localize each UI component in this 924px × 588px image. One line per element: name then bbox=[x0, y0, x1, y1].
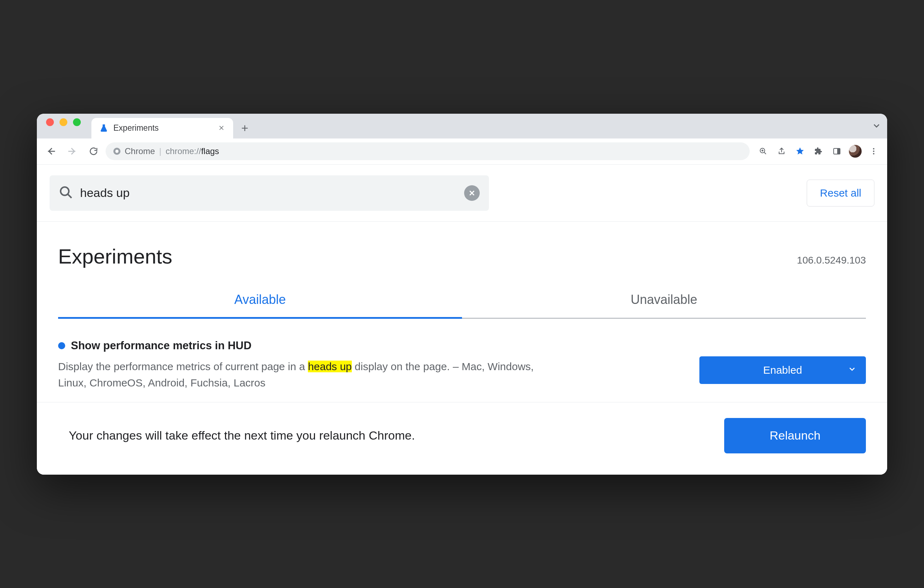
flags-tabs: Available Unavailable bbox=[37, 282, 887, 319]
flag-title: Show performance metrics in HUD bbox=[71, 339, 252, 352]
tabs-dropdown-button[interactable] bbox=[871, 121, 881, 132]
clear-search-button[interactable] bbox=[464, 185, 480, 201]
changed-indicator-icon bbox=[58, 342, 65, 349]
zoom-icon[interactable] bbox=[755, 143, 772, 160]
chrome-version: 106.0.5249.103 bbox=[797, 255, 866, 266]
reload-button[interactable] bbox=[84, 142, 103, 160]
heading-row: Experiments 106.0.5249.103 bbox=[37, 222, 887, 282]
share-icon[interactable] bbox=[773, 143, 790, 160]
svg-point-7 bbox=[873, 153, 874, 155]
svg-point-8 bbox=[61, 187, 69, 195]
url-path: flags bbox=[201, 146, 219, 156]
relaunch-button[interactable]: Relaunch bbox=[724, 418, 866, 453]
minimize-window-button[interactable] bbox=[59, 118, 67, 126]
tab-unavailable[interactable]: Unavailable bbox=[462, 282, 866, 319]
browser-window: Experiments + Chrome | chrome://f bbox=[37, 114, 887, 474]
flag-state-value: Enabled bbox=[763, 364, 802, 376]
tab-strip: Experiments + bbox=[37, 114, 887, 138]
omnibox-separator: | bbox=[159, 146, 161, 156]
flag-description: Display the performance metrics of curre… bbox=[58, 359, 565, 391]
close-tab-button[interactable] bbox=[216, 123, 227, 133]
chevron-down-icon bbox=[848, 364, 857, 376]
profile-avatar[interactable] bbox=[847, 143, 864, 160]
flag-desc-highlight: heads up bbox=[308, 361, 351, 372]
bookmark-star-icon[interactable] bbox=[792, 143, 808, 160]
close-window-button[interactable] bbox=[46, 118, 54, 126]
side-panel-icon[interactable] bbox=[828, 143, 845, 160]
extensions-icon[interactable] bbox=[810, 143, 827, 160]
flag-state-select[interactable]: Enabled bbox=[700, 356, 866, 384]
flag-item: Show performance metrics in HUD Display … bbox=[37, 319, 887, 402]
flag-text: Show performance metrics in HUD Display … bbox=[58, 339, 681, 391]
svg-rect-4 bbox=[837, 148, 840, 154]
flag-desc-before: Display the performance metrics of curre… bbox=[58, 361, 308, 372]
new-tab-button[interactable]: + bbox=[236, 119, 254, 137]
back-button[interactable] bbox=[42, 142, 60, 160]
window-controls bbox=[46, 114, 91, 138]
fullscreen-window-button[interactable] bbox=[73, 118, 81, 126]
svg-point-5 bbox=[873, 148, 874, 150]
forward-button[interactable] bbox=[63, 142, 81, 160]
svg-point-6 bbox=[873, 150, 874, 152]
reset-all-label: Reset all bbox=[820, 187, 861, 199]
tab-available-label: Available bbox=[234, 292, 285, 307]
flag-title-row: Show performance metrics in HUD bbox=[58, 339, 681, 352]
toolbar-actions bbox=[752, 143, 882, 160]
relaunch-bar: Your changes will take effect the next t… bbox=[37, 402, 887, 474]
browser-toolbar: Chrome | chrome://flags bbox=[37, 138, 887, 165]
tab-unavailable-label: Unavailable bbox=[630, 292, 697, 307]
page-title: Experiments bbox=[58, 244, 172, 268]
url-scheme: chrome:// bbox=[166, 146, 201, 156]
svg-point-1 bbox=[116, 150, 119, 153]
flags-search-row: Reset all bbox=[37, 165, 887, 222]
url-label: Chrome bbox=[125, 146, 155, 156]
flags-search-input[interactable] bbox=[80, 186, 457, 200]
reset-all-button[interactable]: Reset all bbox=[807, 180, 874, 206]
flask-icon bbox=[99, 124, 109, 133]
flags-search-box[interactable] bbox=[50, 175, 489, 211]
menu-button[interactable] bbox=[865, 143, 882, 160]
relaunch-message: Your changes will take effect the next t… bbox=[69, 428, 415, 442]
tab-available[interactable]: Available bbox=[58, 282, 462, 319]
search-icon bbox=[59, 185, 73, 201]
page-content: Reset all Experiments 106.0.5249.103 Ava… bbox=[37, 165, 887, 474]
relaunch-button-label: Relaunch bbox=[769, 428, 820, 442]
avatar bbox=[849, 145, 861, 158]
browser-tab[interactable]: Experiments bbox=[91, 118, 233, 138]
site-info-button[interactable]: Chrome bbox=[113, 146, 155, 156]
address-bar[interactable]: Chrome | chrome://flags bbox=[106, 142, 750, 160]
tab-title: Experiments bbox=[113, 123, 211, 133]
